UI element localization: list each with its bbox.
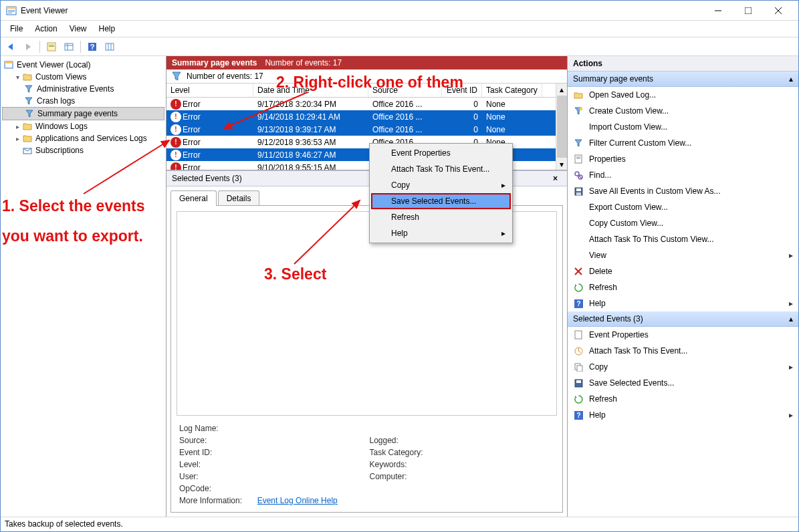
tree-subscriptions[interactable]: ▸ Subscriptions [2,144,164,156]
action-copy-event[interactable]: Copy▸ [568,359,798,375]
import-icon [573,122,584,132]
cm-attach-task[interactable]: Attach Task To This Event... [371,161,511,177]
folder-open-icon [573,90,584,100]
action-export-view[interactable]: Export Custom View... [568,199,798,215]
event-row[interactable]: !Error9/17/2018 3:20:34 PMOffice 2016 ..… [166,98,567,110]
event-row[interactable]: !Error9/14/2018 10:29:41 AMOffice 2016 .… [166,110,567,123]
action-import-custom-view[interactable]: Import Custom View... [568,119,798,135]
filter-icon [23,84,34,94]
col-source[interactable]: Source [368,84,442,97]
online-help-link[interactable]: Event Log Online Help [257,496,338,505]
menu-file[interactable]: File [5,22,28,35]
action-save-selected-events[interactable]: Save Selected Events... [568,375,798,391]
collapse-icon[interactable]: ▾ [13,74,22,81]
minimize-button[interactable] [703,1,733,20]
scroll-thumb[interactable] [557,96,567,158]
col-level[interactable]: Level [166,84,253,97]
svg-rect-1 [7,7,16,9]
tree-apps-logs[interactable]: ▸ Applications and Services Logs [2,132,164,144]
col-datetime[interactable]: Date and Time [253,84,368,97]
tree-custom-views[interactable]: ▾ Custom Views [2,71,164,83]
action-open-saved-log[interactable]: Open Saved Log... [568,87,798,103]
svg-rect-42 [576,380,581,383]
menu-help[interactable]: Help [94,22,121,35]
action-copy-view[interactable]: Copy Custom View... [568,215,798,231]
svg-rect-12 [65,43,73,50]
svg-rect-4 [8,13,12,13]
action-delete[interactable]: Delete [568,263,798,279]
forward-button[interactable] [21,39,35,54]
actions-section-selected[interactable]: Selected Events (3)▴ [568,311,798,327]
help-toolbar-button[interactable]: ? [85,39,100,54]
svg-point-27 [575,172,579,176]
list-header-bar: Summary page events Number of events: 17 [166,56,567,70]
action-event-properties[interactable]: Event Properties [568,327,798,343]
tree-root[interactable]: Event Viewer (Local) [2,59,164,71]
action-help-selected[interactable]: ?Help▸ [568,407,798,423]
cm-event-properties[interactable]: Event Properties [371,145,511,161]
scroll-down-icon[interactable]: ▾ [556,158,567,170]
col-category[interactable]: Task Category [482,84,542,97]
cm-save-selected[interactable]: Save Selected Events... [371,193,511,209]
action-properties[interactable]: Properties [568,151,798,167]
action-attach-task-view[interactable]: Attach Task To This Custom View... [568,231,798,247]
folder-icon [22,133,33,144]
cm-help[interactable]: Help▸ [371,225,511,241]
tree-admin-events[interactable]: Administrative Events [2,83,164,95]
title-bar: Event Viewer [1,1,798,21]
actions-section-summary[interactable]: Summary page events▴ [568,72,798,87]
expand-icon[interactable]: ▸ [13,135,22,142]
context-menu[interactable]: Event Properties Attach Task To This Eve… [369,143,513,243]
toolbar: ? [1,37,798,56]
column-headers[interactable]: Level Date and Time Source Event ID Task… [166,84,567,98]
event-properties-grid: Log Name: Source: Logged: Event ID: Task… [177,422,557,507]
error-icon: ! [170,112,181,122]
action-save-all-events[interactable]: Save All Events in Custom View As... [568,183,798,199]
tree-summary-page[interactable]: Summary page events [2,107,164,120]
action-help[interactable]: ?Help▸ [568,295,798,311]
action-refresh-selected[interactable]: Refresh [568,391,798,407]
filter-icon[interactable] [172,72,181,81]
collapse-icon[interactable]: ▴ [789,74,793,84]
collapse-icon[interactable]: ▴ [789,314,793,323]
menu-action[interactable]: Action [29,22,62,35]
tab-details[interactable]: Details [218,190,260,206]
svg-rect-37 [575,331,582,339]
action-find[interactable]: Find... [568,167,798,183]
scroll-up-icon[interactable]: ▴ [556,84,567,95]
properties-toolbar-button[interactable] [44,39,59,54]
event-row[interactable]: !Error9/13/2018 9:39:17 AMOffice 2016 ..… [166,123,567,136]
back-button[interactable] [3,39,18,54]
action-filter-view[interactable]: Filter Current Custom View... [568,135,798,151]
action-view-submenu[interactable]: View▸ [568,247,798,263]
actions-title: Actions [568,56,798,72]
folder-icon [22,121,33,132]
svg-rect-6 [745,7,752,14]
list-header-count: Number of events: 17 [265,58,342,68]
svg-text:?: ? [90,43,95,51]
action-attach-task-event[interactable]: Attach Task To This Event... [568,343,798,359]
close-details-button[interactable]: × [549,174,562,183]
close-button[interactable] [763,1,793,20]
panes-toolbar-button[interactable] [102,39,117,54]
cm-copy[interactable]: Copy▸ [371,177,511,193]
action-create-custom-view[interactable]: Create Custom View... [568,103,798,119]
maximize-button[interactable] [733,1,763,20]
export-icon [573,202,584,213]
filter-icon [23,96,34,106]
tree-windows-logs[interactable]: ▸ Windows Logs [2,120,164,132]
properties-icon [573,154,584,164]
action-refresh[interactable]: Refresh [568,279,798,295]
chevron-right-icon: ▸ [501,229,505,238]
tab-general[interactable]: General [170,190,217,206]
delete-icon [573,266,584,277]
scrollbar[interactable]: ▴ ▾ [556,84,567,170]
expand-icon[interactable]: ▸ [13,123,22,130]
menu-view[interactable]: View [64,22,92,35]
col-eventid[interactable]: Event ID [442,84,482,97]
svg-rect-17 [106,43,114,50]
error-icon: ! [170,137,181,148]
cm-refresh[interactable]: Refresh [371,209,511,225]
view-toolbar-button[interactable] [62,39,76,54]
tree-crash-logs[interactable]: Crash logs [2,95,164,107]
